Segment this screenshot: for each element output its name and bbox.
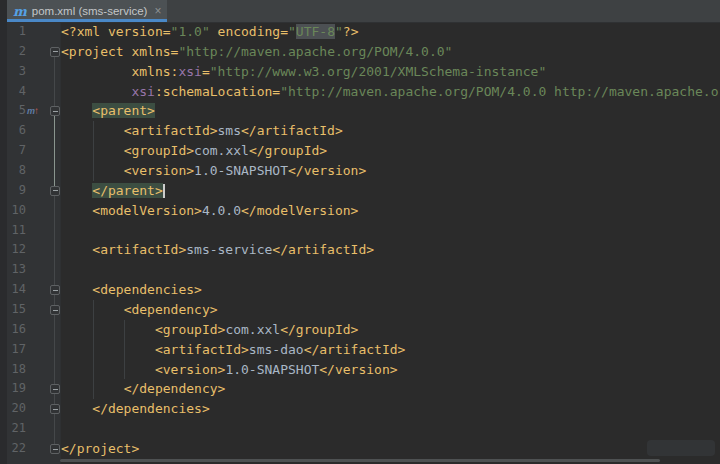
code-token: =	[202, 64, 210, 79]
code-token: com.xxl	[194, 143, 249, 158]
code-editor[interactable]: 1<?xml version="1.0" encoding="UTF-8"?>2…	[0, 22, 720, 464]
code-token: <artifactId>	[124, 123, 218, 138]
code-token: "http://www.w3.org/2001/XMLSchema-instan…	[210, 64, 547, 79]
code-line-18[interactable]: 18 <version>1.0-SNAPSHOT</version>	[0, 360, 720, 380]
line-number: 3	[0, 62, 26, 82]
code-line-10[interactable]: 10 <modelVersion>4.0.0</modelVersion>	[0, 201, 720, 221]
code-text[interactable]: <groupId>com.xxl</groupId>	[61, 320, 358, 340]
fold-end-icon[interactable]	[50, 404, 60, 414]
line-number: 1	[0, 22, 26, 42]
code-line-15[interactable]: 15 <dependency>	[0, 300, 720, 320]
code-token: "	[288, 24, 296, 39]
code-line-19[interactable]: 19 </dependency>	[0, 379, 720, 399]
tab-title: pom.xml (sms-service)	[32, 5, 148, 17]
line-number: 13	[0, 260, 26, 280]
code-token: <groupId>	[155, 322, 225, 337]
line-number: 22	[0, 439, 26, 459]
code-token: "	[335, 24, 343, 39]
code-text[interactable]: <version>1.0-SNAPSHOT</version>	[61, 161, 366, 181]
code-line-1[interactable]: 1<?xml version="1.0" encoding="UTF-8"?>	[0, 22, 720, 42]
code-text[interactable]: xsi:schemaLocation="http://maven.apache.…	[61, 82, 720, 102]
code-text[interactable]: <groupId>com.xxl</groupId>	[61, 141, 327, 161]
code-token	[61, 103, 92, 118]
code-line-16[interactable]: 16 <groupId>com.xxl</groupId>	[0, 320, 720, 340]
code-line-17[interactable]: 17 <artifactId>sms-dao</artifactId>	[0, 340, 720, 360]
code-text[interactable]: <version>1.0-SNAPSHOT</version>	[61, 360, 398, 380]
code-line-21[interactable]: 21	[0, 419, 720, 439]
code-text[interactable]: </parent>	[61, 181, 165, 201]
code-line-6[interactable]: 6 <artifactId>sms</artifactId>	[0, 121, 720, 141]
fold-start-icon[interactable]	[50, 47, 60, 57]
code-text[interactable]: </dependencies>	[61, 399, 210, 419]
code-line-7[interactable]: 7 <groupId>com.xxl</groupId>	[0, 141, 720, 161]
code-text[interactable]: <modelVersion>4.0.0</modelVersion>	[61, 201, 358, 221]
fold-end-icon[interactable]	[50, 384, 60, 394]
tab-pom-xml[interactable]: m pom.xml (sms-service) ×	[7, 0, 167, 22]
horizontal-scrollbar-thumb[interactable]	[60, 459, 660, 462]
code-token: <dependency>	[124, 302, 218, 317]
fold-start-icon[interactable]	[50, 285, 60, 295]
code-line-11[interactable]: 11	[0, 221, 720, 241]
code-token: xsi	[178, 64, 201, 79]
code-text[interactable]: xmlns:xsi="http://www.w3.org/2001/XMLSch…	[61, 62, 546, 82]
code-token: ?>	[343, 24, 359, 39]
code-text[interactable]: <artifactId>sms-dao</artifactId>	[61, 340, 405, 360]
code-token: </project>	[61, 441, 139, 456]
code-line-3[interactable]: 3 xmlns:xsi="http://www.w3.org/2001/XMLS…	[0, 62, 720, 82]
fold-end-icon[interactable]	[50, 186, 60, 196]
code-line-22[interactable]: 22</project>	[0, 439, 720, 459]
code-text[interactable]: <dependencies>	[61, 280, 202, 300]
code-token: 4.0.0	[202, 203, 241, 218]
code-text[interactable]: </project>	[61, 439, 139, 459]
active-fold-connector-line	[54, 111, 55, 191]
code-line-13[interactable]: 13	[0, 260, 720, 280]
code-rows: 1<?xml version="1.0" encoding="UTF-8"?>2…	[0, 22, 720, 459]
code-text[interactable]: <?xml version="1.0" encoding="UTF-8"?>	[61, 22, 358, 42]
code-line-2[interactable]: 2<project xmlns="http://maven.apache.org…	[0, 42, 720, 62]
code-text[interactable]: <dependency>	[61, 300, 218, 320]
code-token: 1.0-SNAPSHOT	[225, 362, 319, 377]
code-token: <artifactId>	[155, 342, 249, 357]
line-number: 7	[0, 141, 26, 161]
code-line-20[interactable]: 20 </dependencies>	[0, 399, 720, 419]
line-number: 8	[0, 161, 26, 181]
faded-hint-rect	[647, 440, 715, 456]
indent-guide	[93, 300, 94, 399]
fold-start-icon[interactable]	[50, 106, 60, 116]
code-token: xmlns=	[131, 44, 178, 59]
line-number: 11	[0, 221, 26, 241]
code-line-12[interactable]: 12 <artifactId>sms-service</artifactId>	[0, 240, 720, 260]
close-icon[interactable]: ×	[154, 5, 161, 17]
maven-parent-pom-icon[interactable]: m↑	[27, 101, 39, 122]
code-token: sms-dao	[249, 342, 304, 357]
code-token: </version>	[288, 163, 366, 178]
line-number: 2	[0, 42, 26, 62]
code-token	[61, 203, 92, 218]
code-text[interactable]: <artifactId>sms</artifactId>	[61, 121, 343, 141]
line-number: 19	[0, 379, 26, 399]
fold-end-icon[interactable]	[50, 444, 60, 454]
code-line-5[interactable]: 5m↑ <parent>	[0, 101, 720, 121]
code-line-8[interactable]: 8 <version>1.0-SNAPSHOT</version>	[0, 161, 720, 181]
highlighted-tag: <parent>	[92, 103, 155, 118]
code-token: com.xxl	[225, 322, 280, 337]
code-token	[61, 183, 92, 198]
code-token: <groupId>	[124, 143, 194, 158]
code-text[interactable]: </dependency>	[61, 379, 225, 399]
code-text[interactable]: <project xmlns="http://maven.apache.org/…	[61, 42, 452, 62]
code-text[interactable]: <artifactId>sms-service</artifactId>	[61, 240, 374, 260]
code-line-9[interactable]: 9 </parent>	[0, 181, 720, 201]
editor-tab-bar: m pom.xml (sms-service) ×	[0, 0, 720, 23]
line-number: 15	[0, 300, 26, 320]
code-token: </dependencies>	[92, 401, 209, 416]
line-number: 14	[0, 280, 26, 300]
code-line-14[interactable]: 14 <dependencies>	[0, 280, 720, 300]
line-number: 21	[0, 419, 26, 439]
code-line-4[interactable]: 4 xsi:schemaLocation="http://maven.apach…	[0, 82, 720, 102]
code-token: :schemaLocation=	[155, 84, 280, 99]
text-caret	[163, 184, 165, 198]
fold-start-icon[interactable]	[50, 305, 60, 315]
code-token: version=	[108, 24, 171, 39]
code-text[interactable]: <parent>	[61, 101, 155, 121]
code-token	[61, 322, 155, 337]
